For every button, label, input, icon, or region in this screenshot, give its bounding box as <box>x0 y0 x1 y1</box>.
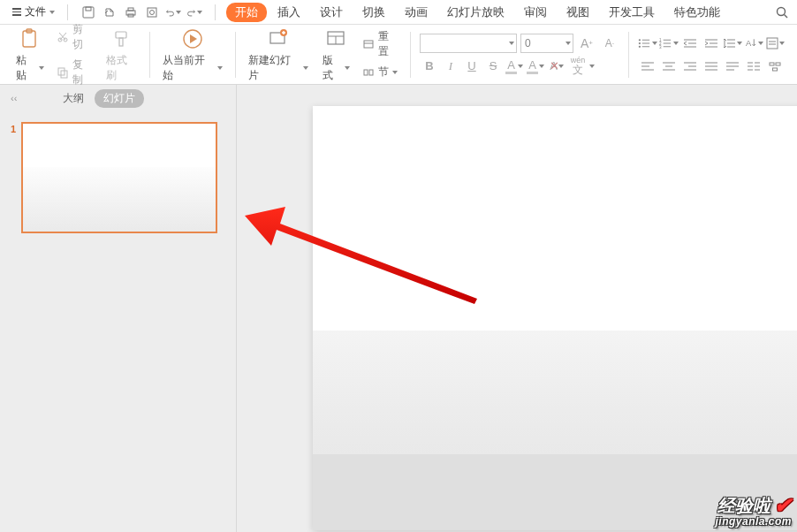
chevron-down-icon <box>652 42 657 45</box>
chevron-down-icon <box>673 42 679 45</box>
section-icon <box>362 66 375 79</box>
undo-icon[interactable] <box>165 4 181 20</box>
chevron-down-icon <box>758 42 763 45</box>
collapse-panel-button[interactable]: ‹‹ <box>11 93 17 103</box>
chevron-down-icon <box>303 66 308 70</box>
bullets-button[interactable] <box>638 34 657 52</box>
format-painter-button[interactable]: 格式刷 <box>102 25 141 85</box>
font-size-value: 0 <box>525 37 531 49</box>
print-preview-icon[interactable] <box>144 4 160 20</box>
from-current-button[interactable]: 从当前开始 <box>159 25 226 85</box>
print-icon[interactable] <box>123 4 139 20</box>
chevron-down-icon <box>509 42 514 45</box>
tab-animation[interactable]: 动画 <box>396 1 436 24</box>
svg-rect-75 <box>773 68 778 71</box>
reset-button[interactable]: 重置 <box>361 28 401 60</box>
scissors-icon <box>57 31 69 43</box>
thumbnail-number: 1 <box>11 122 16 134</box>
paragraph-group: 123 A <box>633 25 790 84</box>
separator <box>149 32 150 78</box>
slide[interactable] <box>313 106 797 530</box>
separator <box>215 4 216 20</box>
tab-transition[interactable]: 切换 <box>353 1 394 24</box>
save-icon[interactable] <box>80 4 96 20</box>
align-text-button[interactable] <box>765 34 785 52</box>
quick-access-toolbar <box>75 4 208 20</box>
tab-slideshow[interactable]: 幻灯片放映 <box>438 1 513 24</box>
layout-button[interactable]: 版式 <box>319 25 354 85</box>
slides-group: 新建幻灯片 版式 重置 节 <box>239 25 406 84</box>
columns-button[interactable] <box>744 57 763 75</box>
align-justify-button[interactable] <box>702 57 721 75</box>
separator <box>410 32 411 78</box>
redo-icon[interactable] <box>186 4 202 20</box>
chevron-down-icon <box>737 42 742 45</box>
decrease-indent-button[interactable] <box>680 34 700 52</box>
italic-button[interactable]: I <box>441 57 460 76</box>
tab-features[interactable]: 特色功能 <box>665 1 729 24</box>
align-right-button[interactable] <box>680 57 700 75</box>
layout-icon <box>323 27 348 51</box>
align-distribute-button[interactable] <box>723 57 742 75</box>
chevron-down-icon <box>197 11 202 14</box>
svg-text:A: A <box>746 38 752 47</box>
copy-button[interactable]: 复制 <box>55 57 95 88</box>
svg-rect-15 <box>116 32 126 38</box>
slide-thumbnail-1[interactable]: 1 <box>11 122 225 233</box>
font-family-combo[interactable] <box>420 34 517 53</box>
svg-point-27 <box>639 39 641 41</box>
shrink-font-button[interactable]: A- <box>600 34 619 53</box>
cut-button[interactable]: 剪切 <box>55 21 95 53</box>
line-spacing-button[interactable] <box>723 34 742 52</box>
increase-indent-button[interactable] <box>702 34 721 52</box>
convert-smartart-button[interactable] <box>765 57 785 75</box>
paste-button[interactable]: 粘贴 <box>12 25 48 85</box>
outline-tab[interactable]: 大纲 <box>63 91 84 106</box>
bold-button[interactable]: B <box>420 57 439 76</box>
section-button[interactable]: 节 <box>361 64 401 80</box>
underline-button[interactable]: U <box>462 57 482 76</box>
tab-insert[interactable]: 插入 <box>269 1 309 24</box>
svg-point-28 <box>639 42 641 43</box>
menu-bar: 文件 开始 插入 设计 切换 动画 幻灯片放映 审阅 视图 <box>0 0 797 25</box>
font-color-button[interactable]: A <box>526 57 545 76</box>
tab-review[interactable]: 审阅 <box>515 1 556 24</box>
grow-font-button[interactable]: A+ <box>577 34 596 53</box>
slide-canvas[interactable] <box>237 85 797 532</box>
pinyin-button[interactable]: wén文 <box>568 57 588 76</box>
svg-point-7 <box>778 7 786 15</box>
svg-rect-73 <box>770 63 774 65</box>
tab-developer[interactable]: 开发工具 <box>600 1 664 24</box>
ribbon-tabs: 开始 插入 设计 切换 动画 幻灯片放映 审阅 视图 开发工具 特色功能 <box>226 1 729 24</box>
reset-icon <box>362 38 375 50</box>
clear-format-button[interactable]: A✕ <box>547 57 566 76</box>
chevron-down-icon <box>392 71 398 74</box>
file-label: 文件 <box>25 4 46 19</box>
svg-rect-3 <box>128 8 133 11</box>
align-left-button[interactable] <box>638 57 657 75</box>
svg-rect-25 <box>364 70 368 75</box>
file-menu[interactable]: 文件 <box>7 2 60 23</box>
text-direction-button[interactable]: A <box>744 34 763 52</box>
watermark-url: jingyanla.com <box>715 516 792 527</box>
font-size-combo[interactable]: 0 <box>520 34 573 53</box>
align-center-button[interactable] <box>659 57 679 75</box>
brush-icon <box>109 27 133 51</box>
numbering-button[interactable]: 123 <box>659 34 679 52</box>
play-group: 从当前开始 <box>154 25 232 84</box>
tab-design[interactable]: 设计 <box>311 1 352 24</box>
separator <box>235 32 236 78</box>
search-icon[interactable] <box>774 4 790 20</box>
strikethrough-button[interactable]: S <box>483 57 503 76</box>
tab-home[interactable]: 开始 <box>226 3 267 22</box>
chevron-down-icon <box>539 65 544 68</box>
chevron-down-icon <box>779 42 785 45</box>
tab-view[interactable]: 视图 <box>558 1 598 24</box>
new-slide-button[interactable]: 新建幻灯片 <box>245 25 312 85</box>
svg-rect-0 <box>83 7 94 18</box>
panel-tabs: ‹‹ 大纲 幻灯片 <box>0 85 236 111</box>
svg-rect-9 <box>23 31 35 47</box>
export-icon[interactable] <box>102 4 118 20</box>
slides-tab[interactable]: 幻灯片 <box>95 89 144 108</box>
font-highlight-button[interactable]: A <box>505 57 524 76</box>
